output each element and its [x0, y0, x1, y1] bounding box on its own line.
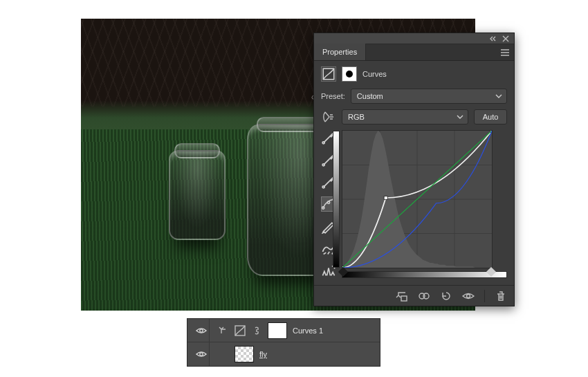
- input-gradient: [333, 131, 340, 268]
- reset-icon[interactable]: [440, 290, 452, 302]
- clip-indicator-icon: [218, 325, 229, 336]
- jar-small: [169, 150, 226, 240]
- visibility-toggle[interactable]: [193, 319, 210, 342]
- chevron-down-icon: [495, 93, 502, 100]
- properties-panel: Properties Curves Preset: Custom: [313, 33, 515, 306]
- layer-name[interactable]: Curves 1: [293, 327, 323, 335]
- auto-button-label: Auto: [483, 113, 499, 121]
- visibility-toggle[interactable]: [193, 342, 210, 366]
- layer-mask-thumb[interactable]: [268, 322, 287, 339]
- preset-value: Custom: [357, 92, 383, 100]
- panel-footer: [314, 285, 514, 306]
- view-previous-icon[interactable]: [418, 290, 430, 302]
- delete-icon[interactable]: [495, 290, 507, 302]
- curves-adjustment-icon[interactable]: [321, 66, 336, 82]
- separator: [484, 290, 485, 302]
- clip-to-layer-icon[interactable]: [396, 290, 408, 302]
- auto-button[interactable]: Auto: [474, 109, 507, 125]
- output-gradient: [342, 271, 507, 278]
- svg-point-8: [327, 201, 329, 203]
- targeted-adjust-icon[interactable]: [321, 109, 336, 125]
- svg-point-22: [423, 293, 429, 299]
- svg-point-23: [467, 294, 470, 297]
- panel-titlebar: [314, 33, 514, 44]
- layer-row-curves[interactable]: Curves 1: [187, 319, 380, 342]
- adjustment-header: Curves: [321, 66, 507, 82]
- channel-row: RGB Auto: [321, 109, 507, 125]
- toggle-visibility-icon[interactable]: [462, 290, 475, 302]
- svg-point-26: [199, 353, 202, 356]
- layer-content-thumb[interactable]: [235, 346, 254, 362]
- layer-row-fly[interactable]: fly: [187, 342, 380, 366]
- layers-strip: Curves 1 fly: [187, 318, 380, 367]
- channel-select[interactable]: RGB: [342, 109, 468, 125]
- svg-rect-18: [384, 196, 387, 200]
- chevron-down-icon: [457, 113, 463, 120]
- panel-menu-icon[interactable]: [499, 46, 511, 59]
- adjustment-type-label: Curves: [362, 70, 387, 78]
- layer-mask-thumb[interactable]: [342, 66, 357, 82]
- layer-name[interactable]: fly: [259, 350, 267, 358]
- channel-value: RGB: [348, 113, 365, 121]
- curves-layer-icon: [235, 325, 246, 336]
- panel-tabbar: Properties: [314, 44, 514, 61]
- curves-graph[interactable]: [342, 130, 493, 268]
- preset-select[interactable]: Custom: [351, 89, 507, 104]
- collapse-panel-icon[interactable]: [489, 35, 497, 43]
- svg-point-24: [199, 329, 202, 331]
- link-icon: [251, 325, 262, 336]
- preset-row: Preset: Custom: [321, 89, 507, 104]
- preset-label: Preset:: [321, 92, 345, 100]
- svg-rect-20: [401, 296, 407, 301]
- tab-properties[interactable]: Properties: [314, 44, 366, 60]
- tab-properties-label: Properties: [322, 48, 357, 56]
- close-panel-icon[interactable]: [502, 35, 510, 43]
